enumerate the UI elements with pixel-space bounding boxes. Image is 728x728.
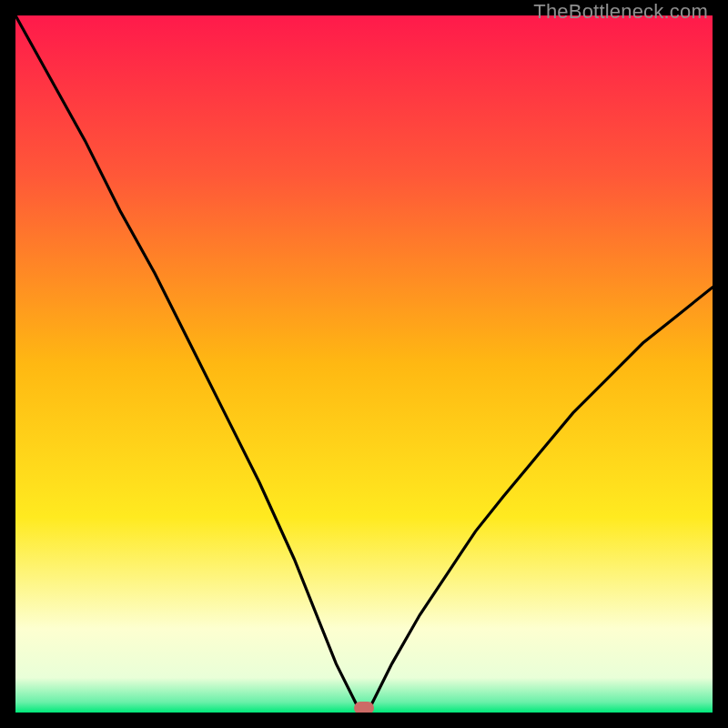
gradient-background <box>15 15 713 713</box>
bottleneck-chart <box>15 15 713 713</box>
optimal-marker <box>354 702 374 713</box>
chart-frame <box>15 15 713 713</box>
watermark-text: TheBottleneck.com <box>533 0 708 24</box>
